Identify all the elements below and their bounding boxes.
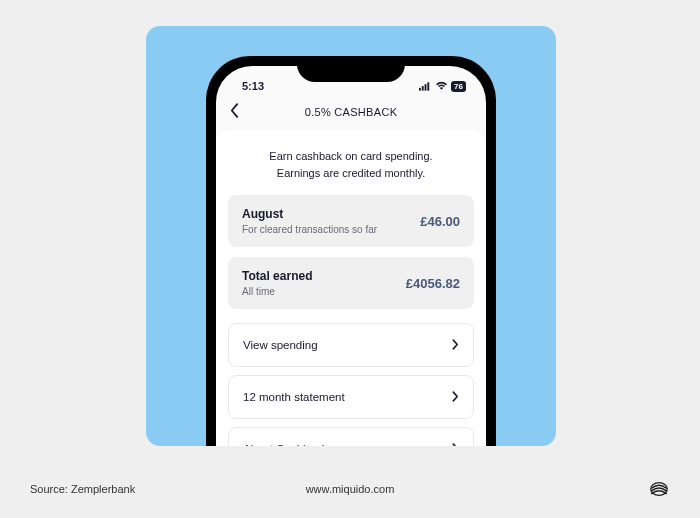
view-spending-label: View spending — [243, 339, 318, 351]
status-time: 5:13 — [236, 80, 264, 92]
svg-rect-2 — [425, 84, 427, 91]
intro-line1: Earn cashback on card spending. — [238, 148, 464, 165]
battery-icon: 76 — [451, 81, 466, 92]
view-spending-button[interactable]: View spending — [228, 323, 474, 367]
phone-screen: 5:13 76 0.5% CASHBACK — [216, 66, 486, 446]
total-earned-subtitle: All time — [242, 286, 312, 297]
about-cashback-button[interactable]: About Cashback — [228, 427, 474, 446]
current-month-title: August — [242, 207, 377, 221]
app-header: 0.5% CASHBACK — [216, 96, 486, 130]
intro-text: Earn cashback on card spending. Earnings… — [228, 144, 474, 195]
svg-rect-3 — [427, 82, 429, 90]
page-footer: Source: Zemplerbank www.miquido.com — [30, 478, 670, 500]
phone-frame: 5:13 76 0.5% CASHBACK — [206, 56, 496, 446]
status-indicators: 76 — [419, 81, 466, 92]
chevron-right-icon — [452, 389, 459, 405]
current-month-card: August For cleared transactions so far £… — [228, 195, 474, 247]
total-earned-title: Total earned — [242, 269, 312, 283]
chevron-right-icon — [452, 441, 459, 446]
total-earned-card: Total earned All time £4056.82 — [228, 257, 474, 309]
total-earned-amount: £4056.82 — [406, 276, 460, 291]
page-title: 0.5% CASHBACK — [230, 106, 472, 118]
back-button[interactable] — [230, 102, 239, 123]
svg-rect-0 — [419, 88, 421, 91]
statement-label: 12 month statement — [243, 391, 345, 403]
svg-rect-1 — [422, 86, 424, 91]
statement-button[interactable]: 12 month statement — [228, 375, 474, 419]
app-body: Earn cashback on card spending. Earnings… — [216, 130, 486, 446]
source-label: Source: Zemplerbank — [30, 483, 135, 495]
showcase-canvas: 5:13 76 0.5% CASHBACK — [146, 26, 556, 446]
current-month-amount: £46.00 — [420, 214, 460, 229]
chevron-right-icon — [452, 337, 459, 353]
phone-notch — [297, 56, 405, 82]
wifi-icon — [435, 81, 448, 91]
intro-line2: Earnings are credited monthly. — [238, 165, 464, 182]
footer-url: www.miquido.com — [306, 483, 395, 495]
about-label: About Cashback — [243, 443, 327, 446]
current-month-subtitle: For cleared transactions so far — [242, 224, 377, 235]
miquido-logo-icon — [648, 478, 670, 500]
signal-icon — [419, 81, 432, 91]
action-list: View spending 12 month statement About C… — [228, 323, 474, 446]
